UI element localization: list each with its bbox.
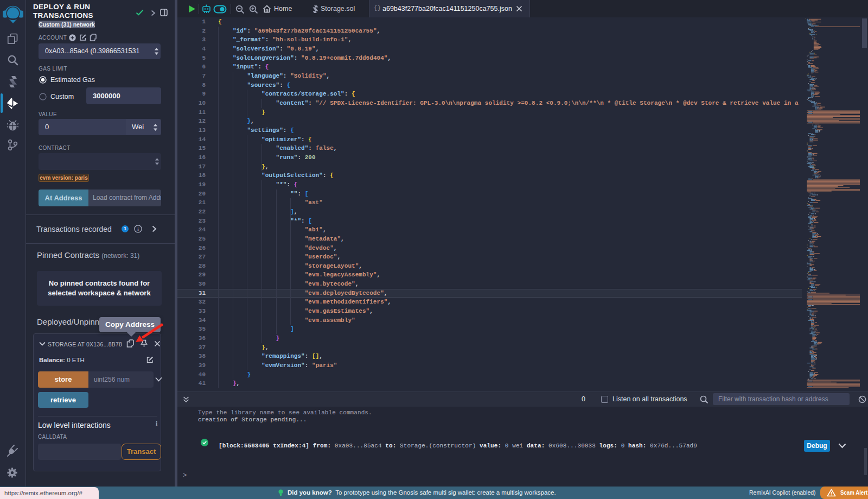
svg-text:i: i — [137, 226, 139, 232]
